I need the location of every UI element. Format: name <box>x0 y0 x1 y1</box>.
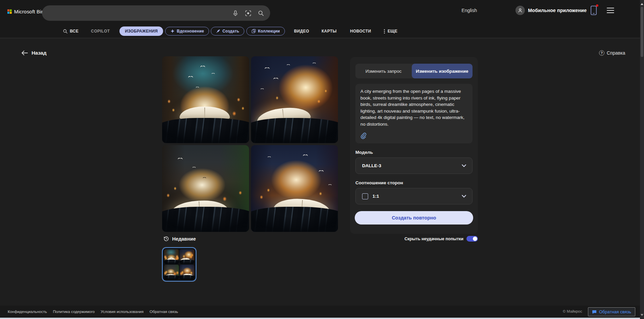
recent-section-header: Недавние <box>163 236 196 242</box>
hide-failed-label: Скрыть неудачные попытки <box>404 237 463 241</box>
scrollbar-thumb[interactable] <box>641 7 643 57</box>
tab-copilot[interactable]: COPILOT <box>91 29 110 34</box>
generated-image-1[interactable] <box>162 56 249 143</box>
chevron-down-icon <box>461 193 467 199</box>
search-icon <box>63 29 68 34</box>
paper-bird-icon <box>319 170 324 173</box>
tab-all[interactable]: ВСЕ <box>63 29 79 34</box>
aspect-ratio-label: Соотношение сторон <box>355 180 473 185</box>
main-nav: ВСЕ COPILOT ИЗОБРАЖЕНИЯ Вдохновение Созд… <box>63 26 397 36</box>
paper-bird-icon <box>274 77 279 80</box>
generated-image-4[interactable] <box>251 145 338 232</box>
toggle-knob <box>473 237 477 241</box>
back-button[interactable]: Назад <box>21 50 46 56</box>
tab-news[interactable]: НОВОСТИ <box>350 29 371 34</box>
tab-create[interactable]: Создать <box>211 27 244 36</box>
paper-bird-icon <box>178 157 183 160</box>
create-brush-icon <box>216 29 220 34</box>
model-value: DALLE-3 <box>362 163 381 168</box>
kebab-icon <box>384 29 385 34</box>
bing-logo[interactable]: Microsoft Bing <box>7 9 47 14</box>
generated-image-2[interactable] <box>251 56 338 143</box>
tab-video[interactable]: ВИДЕО <box>294 29 309 34</box>
inspiration-icon <box>170 29 175 34</box>
scroll-down-arrow-icon[interactable] <box>641 314 643 317</box>
paper-bird-icon <box>313 62 316 64</box>
history-icon <box>163 236 169 242</box>
tab-edit-prompt[interactable]: Изменить запрос <box>355 64 412 78</box>
header: Microsoft Bing English Мобильное приложе… <box>0 0 640 38</box>
ink-swirl-shape <box>162 207 249 232</box>
ink-swirl-shape <box>162 118 249 143</box>
paper-bird-icon <box>200 65 205 68</box>
person-icon <box>517 8 523 13</box>
square-aspect-icon <box>362 193 368 199</box>
paper-bird-icon <box>287 64 290 66</box>
ink-swirl-shape <box>251 118 338 143</box>
recent-mini-4 <box>180 265 194 279</box>
language-selector[interactable]: English <box>461 8 477 13</box>
tab-inspiration[interactable]: Вдохновение <box>165 27 209 36</box>
footer: Конфиденциальность Политика содержимого … <box>0 306 640 318</box>
chevron-down-icon <box>461 163 467 169</box>
paper-bird-icon <box>303 154 308 157</box>
results-grid <box>162 56 338 232</box>
window-bottom-edge <box>0 318 644 319</box>
tab-collections[interactable]: Коллекции <box>246 27 285 36</box>
search-input[interactable] <box>49 10 232 16</box>
question-circle-icon: ? <box>599 50 604 56</box>
recent-thumbnail[interactable] <box>162 247 196 281</box>
microphone-icon[interactable] <box>232 10 239 16</box>
bing-image-creator-page: Microsoft Bing English Мобильное приложе… <box>0 0 644 319</box>
edit-panel: Изменить запрос Изменить изображение A c… <box>350 57 478 234</box>
aspect-ratio-select[interactable]: 1:1 <box>355 188 473 204</box>
mobile-phone-icon[interactable] <box>590 5 597 15</box>
recent-mini-3 <box>164 265 179 279</box>
notification-dot <box>596 4 598 7</box>
tab-images[interactable]: ИЗОБРАЖЕНИЯ <box>119 26 163 36</box>
regenerate-button[interactable]: Создать повторно <box>355 211 473 225</box>
feedback-button[interactable]: Обратная связь <box>588 307 635 316</box>
paper-bird-icon <box>193 167 196 169</box>
paper-bird-icon <box>203 177 206 179</box>
panel-tabs: Изменить запрос Изменить изображение <box>355 64 473 78</box>
scroll-up-arrow-icon[interactable] <box>641 2 643 5</box>
copyright-text: © Майкрос <box>563 309 582 313</box>
paper-bird-icon <box>265 67 270 70</box>
help-link[interactable]: ? Справка <box>599 50 625 56</box>
paper-bird-icon <box>188 75 193 78</box>
search-bar[interactable] <box>42 5 270 21</box>
footer-link-feedback[interactable]: Обратная связь <box>150 310 178 314</box>
hamburger-menu-icon[interactable] <box>607 8 614 13</box>
aspect-ratio-value: 1:1 <box>373 194 379 199</box>
footer-link-content-policy[interactable]: Политика содержимого <box>53 310 95 314</box>
paper-bird-icon <box>196 86 199 88</box>
tab-edit-image[interactable]: Изменить изображение <box>412 64 473 78</box>
model-select[interactable]: DALLE-3 <box>355 157 473 174</box>
chat-bubble-icon <box>592 310 597 314</box>
recent-mini-2 <box>180 249 194 264</box>
paper-bird-icon <box>212 72 215 74</box>
model-label: Модель <box>355 150 473 155</box>
search-icon[interactable] <box>258 10 264 16</box>
vertical-scrollbar[interactable] <box>640 0 644 319</box>
microsoft-logo-icon <box>7 9 12 14</box>
recent-mini-1 <box>164 249 179 264</box>
tab-more[interactable]: ЕЩЕ <box>384 29 397 34</box>
prompt-textarea[interactable]: A city emerging from the open pages of a… <box>355 84 473 143</box>
mobile-app-label[interactable]: Мобильное приложение <box>528 8 587 13</box>
hide-failed-row: Скрыть неудачные попытки <box>350 236 478 242</box>
footer-link-privacy[interactable]: Конфиденциальность <box>8 310 47 314</box>
attach-paperclip-icon[interactable] <box>360 132 367 139</box>
hide-failed-toggle[interactable] <box>466 236 478 242</box>
footer-link-terms[interactable]: Условия использования <box>101 310 144 314</box>
ink-swirl-shape <box>251 207 338 232</box>
generated-image-3[interactable] <box>162 145 249 232</box>
prompt-text: A city emerging from the open pages of a… <box>360 89 464 127</box>
visual-search-icon[interactable] <box>245 10 251 16</box>
avatar[interactable] <box>515 6 525 15</box>
paper-bird-icon <box>329 184 332 186</box>
paper-bird-icon <box>267 156 271 158</box>
collections-icon <box>251 29 256 34</box>
tab-maps[interactable]: КАРТЫ <box>321 29 337 34</box>
